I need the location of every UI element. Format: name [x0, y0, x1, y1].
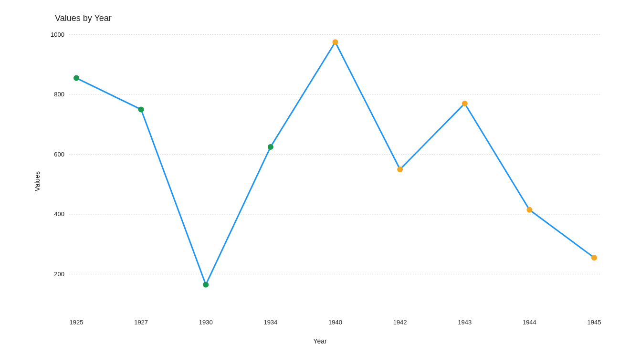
data-point[interactable]: [268, 144, 273, 150]
y-tick-label: 600: [54, 151, 64, 158]
x-tick-label: 1925: [70, 319, 84, 326]
x-tick-label: 1940: [328, 319, 342, 326]
x-tick-label: 1930: [199, 319, 213, 326]
series-line: [76, 42, 594, 284]
data-point[interactable]: [526, 207, 532, 213]
y-tick-label: 200: [54, 270, 64, 278]
x-tick-label: 1943: [458, 319, 472, 326]
x-tick-label: 1934: [263, 319, 277, 326]
x-tick-label: 1942: [393, 319, 407, 326]
data-point[interactable]: [397, 166, 403, 172]
chart-svg: 2004006008001000192519271930193419401942…: [0, 0, 640, 364]
data-point[interactable]: [73, 75, 79, 81]
data-point[interactable]: [591, 255, 597, 260]
x-tick-label: 1944: [523, 319, 536, 326]
y-tick-label: 1000: [51, 31, 64, 38]
x-tick-label: 1927: [134, 319, 148, 326]
data-point[interactable]: [203, 282, 209, 288]
data-point[interactable]: [462, 101, 468, 106]
y-tick-label: 800: [54, 91, 64, 98]
chart-container: Values by Year Values Year 2004006008001…: [0, 0, 640, 364]
x-tick-label: 1945: [588, 319, 601, 326]
y-tick-label: 400: [54, 210, 64, 218]
data-point[interactable]: [333, 39, 338, 45]
data-point[interactable]: [138, 106, 144, 112]
